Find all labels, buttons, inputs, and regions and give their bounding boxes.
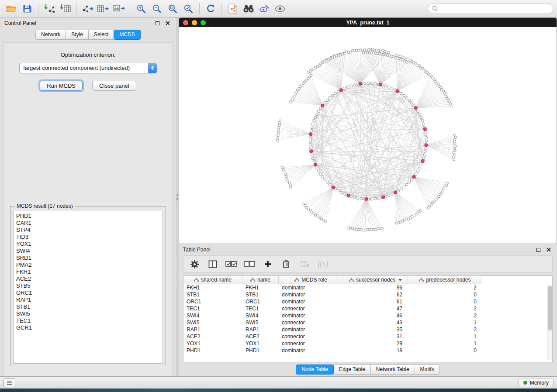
table-row[interactable]: ORC1ORC1dominator610 <box>183 298 552 305</box>
tab-node-table[interactable]: Node Table <box>296 364 334 375</box>
column-header-successor-nodes[interactable]: successor nodes <box>343 276 408 284</box>
mcds-result-item[interactable]: PHD1 <box>16 213 160 220</box>
column-header-predecessor-nodes[interactable]: predecessor nodes <box>408 276 482 284</box>
table-cell: 0 <box>408 347 482 354</box>
mcds-result-item[interactable]: RAP1 <box>16 296 160 303</box>
add-column-button[interactable] <box>260 258 275 271</box>
close-table-panel-button[interactable] <box>545 246 553 254</box>
import-network-button[interactable] <box>42 2 57 16</box>
tab-mcds[interactable]: MCDS <box>114 30 140 40</box>
mcds-result-item[interactable]: CAR1 <box>16 220 160 227</box>
window-close-button[interactable] <box>183 20 188 25</box>
show-hide-button[interactable] <box>272 2 288 16</box>
table-cell: YOX1 <box>242 340 279 347</box>
mcds-result-item[interactable]: STP4 <box>16 227 160 234</box>
collapse-right-icon[interactable] <box>176 198 178 200</box>
right-pane: YPA_prune.txt_1 Table Panel <box>179 17 557 376</box>
column-header-shared-name[interactable]: shared name <box>183 276 242 284</box>
mcds-result-item[interactable]: SWI4 <box>16 248 160 254</box>
mcds-result-item[interactable]: STB1 <box>16 303 160 310</box>
float-panel-button[interactable] <box>153 19 161 27</box>
table-row[interactable]: RAP1RAP1dominator352 <box>183 326 552 333</box>
tab-select[interactable]: Select <box>88 30 114 40</box>
run-mcds-button[interactable]: Run MCDS <box>40 81 83 91</box>
show-columns-button[interactable] <box>205 258 220 271</box>
window-minimize-button[interactable] <box>192 20 197 25</box>
node-table-body[interactable]: FKH1FKH1dominator962STB1STB1dominator620… <box>183 284 552 362</box>
network-window-titlebar[interactable]: YPA_prune.txt_1 <box>179 18 557 27</box>
table-row[interactable]: SWI5SWI5connector431 <box>183 319 552 326</box>
column-header-mcds-role[interactable]: MCDS role <box>279 276 343 284</box>
deselect-all-button[interactable] <box>242 258 257 271</box>
network-window-title: YPA_prune.txt_1 <box>346 20 389 26</box>
mcds-result-list[interactable]: PHD1CAR1STP4TID3YOX1SWI4SRD1PMA2FKH1ACE2… <box>13 211 163 364</box>
tab-network-table[interactable]: Network Table <box>370 364 415 375</box>
attribute-icon <box>419 278 424 282</box>
mcds-result-item[interactable]: TID3 <box>16 234 160 241</box>
table-row[interactable]: STB1STB1dominator620 <box>183 291 552 298</box>
close-mcds-panel-button[interactable]: Close panel <box>92 81 136 91</box>
table-cell: ORC1 <box>242 299 279 305</box>
table-row[interactable]: PHD1PHD1dominator180 <box>183 347 552 354</box>
select-all-button[interactable] <box>224 258 239 271</box>
table-row[interactable]: ACE2ACE2connector311 <box>183 333 552 340</box>
mcds-result-item[interactable]: TEC1 <box>16 317 160 324</box>
mcds-result-item[interactable]: GCR1 <box>16 324 160 331</box>
mcds-result-item[interactable]: ORC1 <box>16 289 160 296</box>
save-button[interactable] <box>19 2 35 16</box>
tab-edge-table[interactable]: Edge Table <box>333 364 371 375</box>
table-cell: TEC1 <box>183 306 242 312</box>
memory-button[interactable]: Memory <box>519 378 554 387</box>
close-panel-button[interactable] <box>164 19 172 27</box>
zoom-out-button[interactable] <box>149 2 165 16</box>
search-input[interactable] <box>440 6 549 12</box>
unchecked-boxes-icon <box>244 261 255 267</box>
open-file-button[interactable] <box>3 2 19 16</box>
share-document-button[interactable] <box>225 2 241 16</box>
table-cell: 35 <box>343 327 408 333</box>
export-image-button[interactable] <box>111 2 127 16</box>
column-label: name <box>257 277 270 283</box>
export-network-button[interactable] <box>80 2 95 16</box>
mcds-result-item[interactable]: PMA2 <box>16 261 160 268</box>
table-scrollbar[interactable] <box>547 285 552 360</box>
mcds-result-item[interactable]: STB5 <box>16 282 160 289</box>
scrollbar-thumb[interactable] <box>548 286 552 330</box>
table-row[interactable]: TEC1TEC1connector472 <box>183 305 552 312</box>
table-row[interactable]: FKH1FKH1dominator962 <box>183 284 552 291</box>
tab-network[interactable]: Network <box>35 30 66 40</box>
toggle-graphics-button[interactable] <box>256 2 272 16</box>
mcds-result-item[interactable]: FKH1 <box>16 268 160 275</box>
float-table-panel-button[interactable] <box>534 246 542 254</box>
window-maximize-button[interactable] <box>201 20 206 25</box>
table-cell: 96 <box>343 285 408 291</box>
delete-column-button[interactable] <box>279 258 294 271</box>
column-header-name[interactable]: name <box>242 276 279 284</box>
criterion-select[interactable]: largest connected component (undirected) <box>19 63 157 73</box>
import-table-button[interactable] <box>57 2 73 16</box>
table-cell: ORC1 <box>183 299 242 305</box>
columns-icon <box>208 260 217 268</box>
search-box[interactable] <box>428 3 554 14</box>
collapse-left-icon[interactable] <box>176 194 178 196</box>
table-settings-button[interactable] <box>187 258 202 271</box>
mcds-result-item[interactable]: SRD1 <box>16 254 160 261</box>
node-table: shared name name MCDS role successo <box>183 275 553 362</box>
task-history-button[interactable] <box>3 378 15 387</box>
table-row[interactable]: YOX1YOX1connector291 <box>183 340 552 347</box>
zoom-fit-button[interactable] <box>165 2 180 16</box>
mcds-result-item[interactable]: SWI5 <box>16 310 160 317</box>
table-row[interactable]: SWI4SWI4dominator462 <box>183 312 552 319</box>
zoom-in-button[interactable] <box>133 2 149 16</box>
find-button[interactable] <box>241 2 256 16</box>
network-canvas[interactable] <box>179 27 557 244</box>
zoom-selected-button[interactable] <box>180 2 196 16</box>
mcds-result-item[interactable]: YOX1 <box>16 241 160 248</box>
tab-style[interactable]: Style <box>66 30 89 40</box>
network-graph[interactable] <box>179 27 557 244</box>
tab-motifs[interactable]: Motifs <box>415 364 440 375</box>
export-table-button[interactable] <box>95 2 111 16</box>
refresh-button[interactable] <box>203 2 218 16</box>
zoom-out-icon <box>152 3 162 14</box>
mcds-result-item[interactable]: ACE2 <box>16 275 160 282</box>
